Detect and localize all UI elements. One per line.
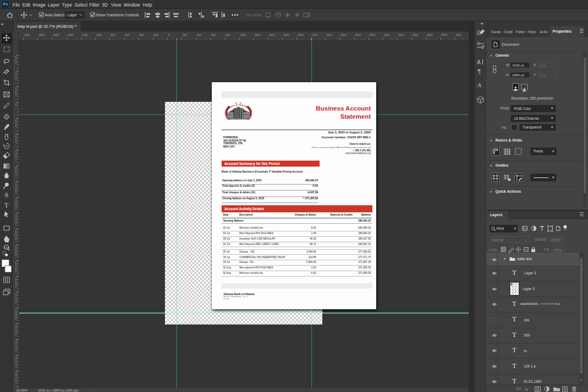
svg-text:T: T	[4, 201, 9, 209]
svg-text:fx: fx	[525, 387, 529, 392]
svg-text:A: A	[477, 82, 481, 88]
svg-text:¶: ¶	[478, 69, 481, 75]
svg-text:A: A	[477, 59, 481, 65]
